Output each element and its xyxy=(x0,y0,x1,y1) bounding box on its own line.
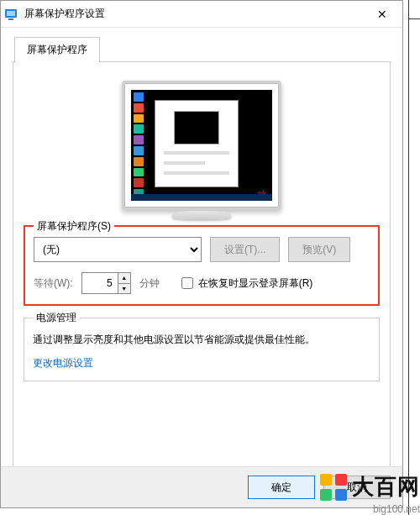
close-button[interactable]: ✕ xyxy=(365,2,399,27)
window-title: 屏幕保护程序设置 xyxy=(24,7,365,21)
background-window-edge xyxy=(408,0,420,515)
preview-button[interactable]: 预览(V) xyxy=(288,237,350,262)
preview-taskbar xyxy=(131,194,272,201)
preview-inner-window xyxy=(155,100,239,187)
tab-body: nk 屏幕保护程序(S) (无) 设置(T)... 预览(V) 等待(W): xyxy=(13,62,391,482)
screensaver-group: 屏幕保护程序(S) (无) 设置(T)... 预览(V) 等待(W): ▲ ▼ xyxy=(24,225,380,306)
tabstrip: 屏幕保护程序 xyxy=(13,36,391,62)
monitor-frame: nk xyxy=(122,81,281,210)
power-description: 通过调整显示亮度和其他电源设置以节省能源或提供最佳性能。 xyxy=(33,332,370,348)
screensaver-select[interactable]: (无) xyxy=(34,237,202,262)
dialog-footer: 确定 取消 xyxy=(1,466,402,507)
wait-spinner: ▲ ▼ xyxy=(81,272,131,294)
screensaver-group-title: 屏幕保护程序(S) xyxy=(34,219,114,234)
wait-unit: 分钟 xyxy=(139,276,160,291)
dialog-content: 屏幕保护程序 nk xyxy=(1,28,402,482)
preview-area: nk xyxy=(24,81,380,210)
resume-checkbox[interactable] xyxy=(181,277,193,289)
tab-screensaver[interactable]: 屏幕保护程序 xyxy=(14,37,100,62)
desktop-icons xyxy=(134,92,145,198)
resume-checkbox-label: 在恢复时显示登录屏幕(R) xyxy=(198,276,313,291)
power-group-title: 电源管理 xyxy=(33,311,80,325)
power-group: 电源管理 通过调整显示亮度和其他电源设置以节省能源或提供最佳性能。 更改电源设置 xyxy=(24,318,380,381)
ok-button[interactable]: 确定 xyxy=(248,476,315,499)
app-icon xyxy=(4,8,18,21)
change-power-settings-link[interactable]: 更改电源设置 xyxy=(33,356,93,370)
svg-rect-1 xyxy=(7,11,15,16)
wait-spin-down[interactable]: ▼ xyxy=(118,284,130,294)
svg-rect-2 xyxy=(8,18,13,20)
resume-checkbox-wrap[interactable]: 在恢复时显示登录屏幕(R) xyxy=(181,276,313,291)
screensaver-settings-dialog: 屏幕保护程序设置 ✕ 屏幕保护程序 nk xyxy=(0,0,403,508)
wait-input[interactable] xyxy=(82,273,118,293)
settings-button[interactable]: 设置(T)... xyxy=(210,237,280,262)
titlebar: 屏幕保护程序设置 ✕ xyxy=(1,1,402,28)
monitor-screen: nk xyxy=(131,90,272,201)
wait-spin-up[interactable]: ▲ xyxy=(118,273,130,284)
wait-label: 等待(W): xyxy=(34,276,73,291)
cancel-button[interactable]: 取消 xyxy=(323,476,391,499)
